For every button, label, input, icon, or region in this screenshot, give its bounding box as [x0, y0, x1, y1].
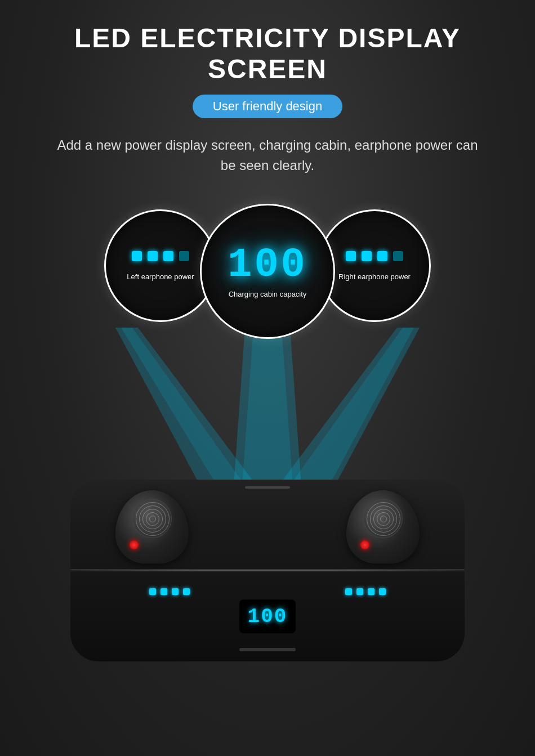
center-circle-container: 100 Charging cabin capacity [200, 204, 335, 339]
case-right-dot-1 [345, 588, 352, 595]
circles-row: Left earphone power 100 Charging cabin c… [11, 204, 524, 339]
left-earbud-touch [132, 499, 172, 538]
fp-5 [149, 516, 156, 522]
left-dot-3 [163, 251, 173, 261]
page-wrapper: LED ELECTRICITY DISPLAY SCREEN User frie… [0, 0, 535, 756]
case-left-dots [149, 588, 190, 595]
case-right-dots [345, 588, 386, 595]
left-dot-2 [148, 251, 158, 261]
left-dot-1 [132, 251, 142, 261]
right-dot-1 [346, 251, 356, 261]
left-earbud-led [130, 540, 139, 549]
main-title: LED ELECTRICITY DISPLAY SCREEN [11, 23, 524, 84]
case-left-dot-3 [172, 588, 179, 595]
right-earbud-touch [363, 499, 403, 538]
beams-container [42, 328, 493, 485]
right-dot-3 [377, 251, 387, 261]
case-left-dot-1 [149, 588, 156, 595]
right-dots-row [346, 251, 403, 261]
rfp-5 [380, 516, 387, 522]
right-circle-container: Right earphone power [318, 209, 431, 322]
case-right-dot-3 [368, 588, 374, 595]
center-circle-label: Charging cabin capacity [229, 290, 307, 298]
case-lid [70, 480, 465, 570]
charging-case-wrapper: 100 [70, 480, 465, 661]
right-circle-label: Right earphone power [338, 272, 411, 281]
left-dot-4 [179, 251, 189, 261]
product-area: 100 [11, 328, 524, 661]
center-led-display: 100 [228, 245, 307, 285]
svg-marker-1 [121, 328, 245, 485]
left-earbud-body [115, 490, 189, 563]
case-right-dot-2 [356, 588, 363, 595]
svg-marker-5 [290, 328, 414, 485]
case-led-screen: 100 [239, 600, 296, 633]
subtitle-badge: User friendly design [193, 95, 342, 118]
beams-svg [42, 328, 493, 485]
right-earbud-led [360, 540, 369, 549]
case-right-dot-4 [379, 588, 386, 595]
case-led-number: 100 [248, 605, 288, 628]
left-circle-label: Left earphone power [127, 272, 194, 281]
right-earphone-circle: Right earphone power [318, 209, 431, 322]
right-dot-2 [362, 251, 372, 261]
description-text: Add a new power display screen, charging… [48, 135, 487, 176]
left-earbud [115, 490, 189, 563]
right-earbud [346, 490, 420, 563]
center-charging-circle: 100 Charging cabin capacity [200, 204, 335, 339]
right-earbud-body [346, 490, 420, 563]
left-dots-row [132, 251, 189, 261]
case-left-dot-2 [160, 588, 167, 595]
full-case: 100 [70, 480, 465, 661]
right-dot-4 [393, 251, 403, 261]
case-left-dot-4 [183, 588, 190, 595]
case-bottom: 100 [70, 571, 465, 661]
